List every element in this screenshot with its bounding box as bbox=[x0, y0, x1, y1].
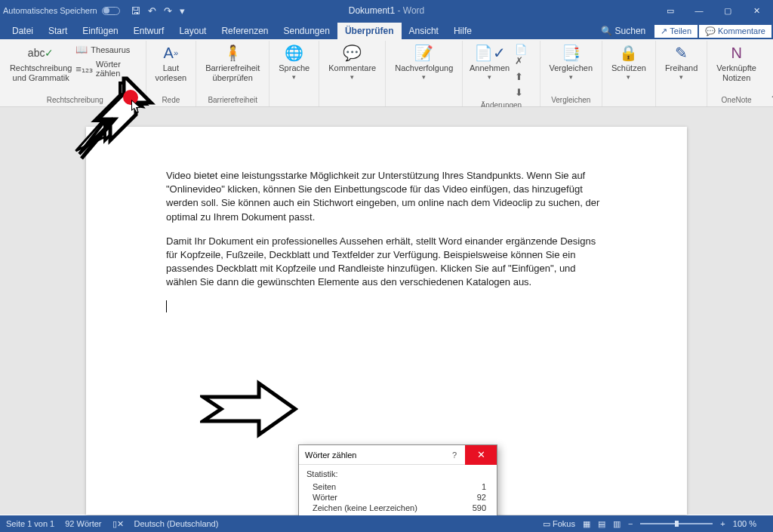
stat-pages: Seiten1 bbox=[306, 481, 489, 492]
reject-button[interactable]: 📄✗ bbox=[512, 42, 535, 68]
tab-ansicht[interactable]: Ansicht bbox=[402, 23, 446, 39]
view-web-icon[interactable]: ▥ bbox=[613, 519, 621, 529]
comments-icon: 💬 bbox=[343, 42, 362, 63]
paragraph-1[interactable]: Video bietet eine leistungsstarke Möglic… bbox=[166, 169, 607, 224]
document-workspace[interactable]: Video bietet eine leistungsstarke Möglic… bbox=[0, 107, 773, 515]
focus-mode-button[interactable]: ▭ Fokus bbox=[543, 519, 575, 529]
zoom-out-icon[interactable]: − bbox=[628, 519, 633, 528]
word-count-button[interactable]: ≡₁₂₃Wörter zählen bbox=[72, 58, 140, 79]
stat-chars-no-spaces: Zeichen (keine Leerzeichen)590 bbox=[306, 503, 489, 513]
accept-icon: 📄✓ bbox=[474, 42, 506, 63]
compare-icon: 📑 bbox=[562, 42, 581, 63]
accessibility-icon: 🧍 bbox=[223, 42, 242, 63]
document-title: Dokument1 - Word bbox=[349, 5, 425, 16]
statistics-header: Statistik: bbox=[306, 469, 489, 478]
abc-check-icon: abc✓ bbox=[28, 42, 54, 63]
maximize-icon[interactable]: ▢ bbox=[714, 2, 741, 19]
ink-button[interactable]: ✎Freihand▾ bbox=[661, 41, 702, 82]
comment-icon: 💬 bbox=[705, 26, 716, 36]
onenote-button[interactable]: NVerknüpfte Notizen bbox=[712, 41, 761, 84]
protect-button[interactable]: 🔒Schützen▾ bbox=[607, 41, 651, 82]
ribbon-display-icon[interactable]: ▭ bbox=[657, 2, 684, 19]
share-button[interactable]: ↗Teilen bbox=[654, 25, 698, 38]
tab-start[interactable]: Start bbox=[41, 23, 75, 39]
read-aloud-icon: A» bbox=[164, 42, 178, 63]
status-page[interactable]: Seite 1 von 1 bbox=[6, 519, 54, 528]
status-bar: Seite 1 von 1 92 Wörter ▯✕ Deutsch (Deut… bbox=[0, 515, 773, 532]
ribbon-tabs: Datei Start Einfügen Entwurf Layout Refe… bbox=[0, 21, 773, 39]
tab-layout[interactable]: Layout bbox=[171, 23, 214, 39]
reject-icon: 📄✗ bbox=[515, 44, 532, 66]
tab-datei[interactable]: Datei bbox=[5, 23, 41, 39]
accept-button[interactable]: 📄✓Annehmen▾ bbox=[467, 41, 512, 82]
ribbon-collapse-icon[interactable]: ⌃ bbox=[765, 91, 773, 106]
prev-icon: ⬆ bbox=[515, 71, 523, 82]
save-icon[interactable]: 🖫 bbox=[131, 5, 140, 17]
title-bar: Automatisches Speichern 🖫 ↶ ↷ ▾ Dokument… bbox=[0, 0, 773, 21]
share-icon: ↗ bbox=[661, 26, 667, 36]
zoom-in-icon[interactable]: + bbox=[720, 519, 725, 528]
tab-referenzen[interactable]: Referenzen bbox=[214, 23, 276, 39]
comments-button[interactable]: 💬Kommentare bbox=[699, 25, 771, 38]
minimize-icon[interactable]: — bbox=[685, 2, 713, 19]
ink-icon: ✎ bbox=[675, 42, 688, 63]
paragraph-2[interactable]: Damit Ihr Dokument ein professionelles A… bbox=[166, 235, 607, 290]
compare-button[interactable]: 📑Vergleichen▾ bbox=[545, 41, 598, 82]
tab-entwurf[interactable]: Entwurf bbox=[126, 23, 172, 39]
language-icon: 🌐 bbox=[285, 42, 303, 63]
dialog-titlebar[interactable]: Wörter zählen ? ✕ bbox=[299, 445, 497, 465]
accessibility-button[interactable]: 🧍Barrierefreiheit überprüfen bbox=[201, 41, 264, 84]
tracking-button[interactable]: 📝Nachverfolgung▾ bbox=[390, 41, 457, 82]
status-word-count[interactable]: 92 Wörter bbox=[65, 519, 101, 528]
word-count-icon: ≡₁₂₃ bbox=[75, 63, 93, 75]
text-cursor bbox=[166, 300, 167, 312]
zoom-slider[interactable] bbox=[640, 523, 713, 524]
dialog-help-icon[interactable]: ? bbox=[444, 451, 465, 460]
status-spellcheck-icon[interactable]: ▯✕ bbox=[112, 519, 124, 529]
autosave-toggle[interactable]: Automatisches Speichern bbox=[3, 6, 120, 15]
dialog-title: Wörter zählen bbox=[305, 451, 356, 460]
read-aloud-button[interactable]: A»Laut vorlesen bbox=[151, 41, 192, 84]
search-icon: 🔍 bbox=[601, 26, 612, 36]
stat-words: Wörter92 bbox=[306, 492, 489, 503]
next-change-button[interactable]: ⬇ bbox=[512, 85, 535, 100]
toggle-switch-icon[interactable] bbox=[102, 7, 120, 15]
thesaurus-button[interactable]: 📖Thesaurus bbox=[72, 42, 140, 57]
view-read-icon[interactable]: ▦ bbox=[583, 519, 590, 529]
tab-einfuegen[interactable]: Einfügen bbox=[75, 23, 125, 39]
redo-icon[interactable]: ↷ bbox=[164, 5, 172, 17]
search-box[interactable]: 🔍Suchen bbox=[593, 23, 654, 39]
ribbon: abc✓ Rechtschreibung und Grammatik 📖Thes… bbox=[0, 39, 773, 107]
tab-hilfe[interactable]: Hilfe bbox=[446, 23, 479, 39]
spellcheck-button[interactable]: abc✓ Rechtschreibung und Grammatik bbox=[9, 41, 72, 84]
tab-sendungen[interactable]: Sendungen bbox=[276, 23, 337, 39]
thesaurus-icon: 📖 bbox=[75, 44, 88, 55]
zoom-level[interactable]: 100 % bbox=[733, 519, 756, 528]
quick-access-toolbar: 🖫 ↶ ↷ ▾ bbox=[131, 5, 185, 17]
status-language[interactable]: Deutsch (Deutschland) bbox=[134, 519, 219, 528]
language-button[interactable]: 🌐Sprache▾ bbox=[274, 41, 314, 82]
close-window-icon[interactable]: ✕ bbox=[743, 2, 770, 19]
next-icon: ⬇ bbox=[515, 87, 523, 98]
undo-icon[interactable]: ↶ bbox=[148, 5, 156, 17]
view-print-icon[interactable]: ▤ bbox=[598, 519, 605, 529]
autosave-label: Automatisches Speichern bbox=[3, 6, 97, 15]
protect-icon: 🔒 bbox=[619, 42, 638, 63]
comments-menu-button[interactable]: 💬Kommentare▾ bbox=[324, 41, 380, 82]
qat-customize-icon[interactable]: ▾ bbox=[180, 5, 185, 17]
tracking-icon: 📝 bbox=[414, 42, 433, 63]
onenote-icon: N bbox=[731, 42, 741, 63]
dialog-close-icon[interactable]: ✕ bbox=[465, 445, 497, 465]
tab-ueberpruefen[interactable]: Überprüfen bbox=[337, 23, 402, 39]
prev-change-button[interactable]: ⬆ bbox=[512, 69, 535, 84]
